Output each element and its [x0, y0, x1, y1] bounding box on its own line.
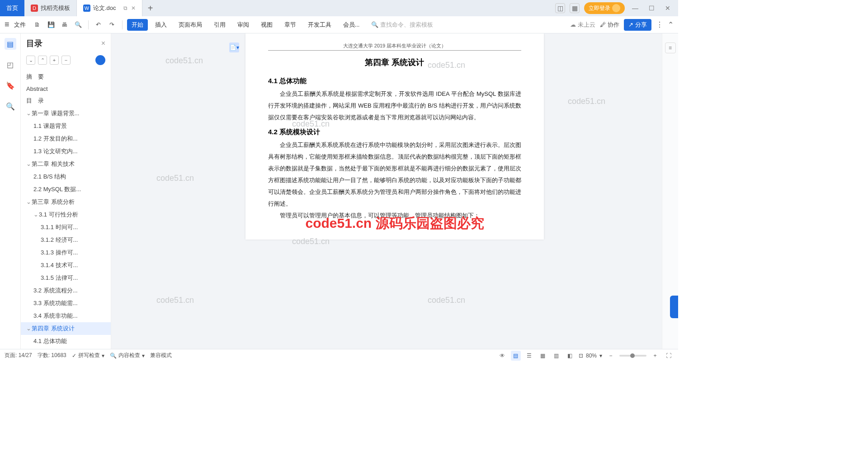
new-icon[interactable]: 🗎 [32, 19, 43, 30]
outline-item[interactable]: 3.1.1 时间可... [21, 221, 111, 234]
zoom-in-icon[interactable]: + [650, 351, 660, 361]
outline-item[interactable]: 1.3 论文研究内... [21, 145, 111, 158]
outline-controls: ⌄ ⌃ + − [21, 53, 111, 69]
outline-title: 目录 [26, 38, 42, 49]
ribbon-vip[interactable]: 会员... [339, 19, 364, 31]
doc-paragraph: 企业员工薪酬关系系统是根据需求定制开发，开发软件选用 IDEA 平台配合 MyS… [268, 88, 521, 123]
outline-icon[interactable]: ▤ [5, 38, 16, 50]
print-icon[interactable]: 🖶 [59, 19, 70, 30]
collapse-all-icon[interactable]: ⌄ [26, 56, 35, 65]
page-indicator[interactable]: 页面: 14/27 [5, 352, 32, 359]
add-icon[interactable]: + [50, 56, 59, 65]
outline-item[interactable]: ⌄第一章 课题背景... [21, 107, 111, 120]
cloud-button[interactable]: ☁未上云 [570, 21, 595, 29]
ribbon-start[interactable]: 开始 [127, 19, 148, 31]
preview-icon[interactable]: 🔍 [73, 19, 84, 30]
sync-icon[interactable] [95, 55, 105, 65]
web-view-icon[interactable]: ▦ [538, 351, 548, 361]
tab-template[interactable]: D 找稻壳模板 [24, 0, 77, 16]
fullscreen-icon[interactable]: ⛶ [664, 351, 674, 361]
watermark: code51.cn [156, 174, 194, 183]
outline-item[interactable]: 目 录 [21, 94, 111, 107]
word-count[interactable]: 字数: 10683 [38, 352, 66, 359]
outline-item[interactable]: ⌄第四章 系统设计 [21, 322, 111, 335]
ribbon-layout[interactable]: 页面布局 [174, 19, 207, 31]
outline-close-icon[interactable]: × [101, 39, 105, 47]
search-rail-icon[interactable]: 🔍 [5, 100, 16, 112]
outline-list[interactable]: 摘 要Abstract目 录⌄第一章 课题背景...1.1 课题背景1.2 开发… [21, 69, 111, 349]
reading-view-icon[interactable]: ◧ [565, 351, 575, 361]
collapse-icon[interactable]: ⌃ [668, 20, 674, 29]
outline-item[interactable]: 3.1.2 经济可... [21, 234, 111, 246]
login-button[interactable]: 立即登录 [584, 2, 625, 14]
split-icon[interactable]: ◫ [555, 3, 565, 13]
collab-button[interactable]: 🖉协作 [600, 21, 619, 29]
remove-icon[interactable]: − [61, 56, 71, 65]
page-clip-icon[interactable]: 📄▾ [229, 42, 239, 52]
outline-item[interactable]: 4.1 总体功能 [21, 335, 111, 348]
undo-icon[interactable]: ↶ [93, 19, 104, 30]
tab-close-icon[interactable]: ✕ [131, 5, 136, 11]
word-icon: W [83, 5, 90, 12]
outline-item[interactable]: 1.2 开发目的和... [21, 132, 111, 145]
bookmark-icon[interactable]: 🔖 [5, 80, 16, 91]
spellcheck-button[interactable]: ✓拼写检查 ▾ [72, 352, 104, 359]
expand-all-icon[interactable]: ⌃ [38, 56, 47, 65]
tab-popout-icon[interactable]: ⧉ [123, 5, 127, 11]
ribbon-ref[interactable]: 引用 [209, 19, 230, 31]
maximize-button[interactable]: ☐ [646, 2, 657, 14]
outline-view-icon[interactable]: ☰ [524, 351, 534, 361]
content-check-icon: 🔍 [110, 353, 117, 359]
eye-icon[interactable]: 👁 [497, 351, 507, 361]
outline-item[interactable]: 3.1.5 法律可... [21, 272, 111, 284]
outline-item[interactable]: ⌄3.1 可行性分析 [21, 208, 111, 221]
tab-add-button[interactable]: + [142, 0, 159, 16]
redo-icon[interactable]: ↷ [107, 19, 118, 30]
watermark: code51.cn [156, 296, 194, 305]
pin-icon[interactable]: ◰ [5, 59, 16, 71]
close-button[interactable]: ✕ [662, 2, 674, 14]
watermark: code51.cn [165, 56, 203, 66]
doc-heading-41: 4.1 总体功能 [268, 77, 521, 85]
ribbon-dev[interactable]: 开发工具 [303, 19, 336, 31]
zoom-fit-icon[interactable]: ⊡ [579, 353, 583, 359]
zoom-out-icon[interactable]: − [606, 351, 616, 361]
tab-home[interactable]: 首页 [0, 0, 24, 16]
outline-item[interactable]: 3.2 系统流程分... [21, 284, 111, 297]
tab-document[interactable]: W 论文.doc ⧉ ✕ [77, 0, 142, 16]
file-menu[interactable]: 文件 [14, 21, 26, 29]
share-button[interactable]: ↗分享 [624, 19, 651, 31]
outline-item[interactable]: 3.1.3 操作可... [21, 246, 111, 259]
outline-item[interactable]: 3.3 系统功能需... [21, 297, 111, 310]
outline-item[interactable]: 3.1.4 技术可... [21, 259, 111, 272]
search-input[interactable]: 🔍 查找命令、搜索模板 [371, 21, 433, 29]
outline-item[interactable]: 2.2 MySQL 数据... [21, 183, 111, 196]
outline-item[interactable]: 摘 要 [21, 71, 111, 83]
watermark: code51.cn [568, 97, 605, 106]
outline-item[interactable]: 2.1 B/S 结构 [21, 170, 111, 183]
hamburger-icon[interactable]: ≡ [5, 20, 9, 29]
document-canvas[interactable]: 📄▾ 大连交通大学 2019 届本科生毕业设计（论文） 第四章 系统设计 4.1… [111, 33, 678, 349]
minimize-button[interactable]: — [629, 2, 641, 14]
grid-view-icon[interactable]: ▥ [552, 351, 561, 361]
ribbon-view[interactable]: 视图 [256, 19, 277, 31]
status-bar: 页面: 14/27 字数: 10683 ✓拼写检查 ▾ 🔍内容检查 ▾ 兼容模式… [0, 349, 678, 362]
outline-item[interactable]: ⌄第二章 相关技术 [21, 158, 111, 170]
outline-item[interactable]: Abstract [21, 83, 111, 94]
outline-item[interactable]: 3.4 系统非功能... [21, 310, 111, 322]
outline-item[interactable]: ⌄第三章 系统分析 [21, 196, 111, 208]
ribbon-insert[interactable]: 插入 [151, 19, 171, 31]
share-icon: ↗ [628, 21, 633, 28]
ribbon-chapter[interactable]: 章节 [280, 19, 301, 31]
page-view-icon[interactable]: ▤ [511, 351, 521, 361]
outline-item[interactable]: 1.1 课题背景 [21, 120, 111, 132]
side-tab[interactable] [670, 296, 678, 318]
save-icon[interactable]: 💾 [46, 19, 57, 30]
content-check-button[interactable]: 🔍内容检查 ▾ [110, 352, 145, 359]
more-icon[interactable]: ⋮ [656, 20, 663, 29]
zoom-slider[interactable] [619, 355, 646, 357]
collapse-panel-icon[interactable]: ≡ [665, 42, 676, 53]
zoom-control[interactable]: ⊡ 80% ▾ [579, 353, 602, 359]
apps-icon[interactable]: ▦ [570, 3, 580, 13]
ribbon-review[interactable]: 审阅 [233, 19, 254, 31]
